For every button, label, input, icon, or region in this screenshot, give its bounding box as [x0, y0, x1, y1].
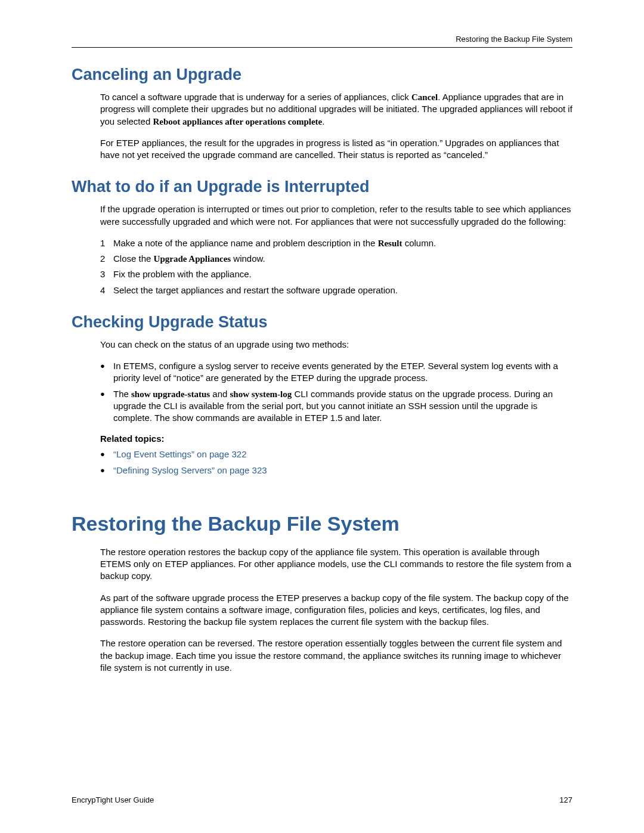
heading-checking-status: Checking Upgrade Status — [72, 313, 572, 332]
list-item: 3Fix the problem with the appliance. — [100, 268, 572, 280]
list-item: ●The show upgrade-status and show system… — [100, 388, 572, 425]
numbered-list: 1Make a note of the appliance name and p… — [100, 237, 572, 296]
link-defining-syslog-servers[interactable]: “Defining Syslog Servers” on page 323 — [113, 465, 267, 476]
heading-upgrade-interrupted: What to do if an Upgrade is Interrupted — [72, 178, 572, 196]
heading-canceling-upgrade: Canceling an Upgrade — [72, 66, 572, 84]
para: The restore operation can be reversed. T… — [100, 637, 572, 674]
list-item: 1Make a note of the appliance name and p… — [100, 237, 572, 249]
body-checking: You can check on the status of an upgrad… — [100, 339, 572, 476]
bullet-list: ●In ETEMS, configure a syslog server to … — [100, 360, 572, 424]
body-interrupted: If the upgrade operation is interrupted … — [100, 203, 572, 296]
list-item: ●In ETEMS, configure a syslog server to … — [100, 360, 572, 385]
body-canceling: To cancel a software upgrade that is und… — [100, 91, 572, 161]
list-item: 2Close the Upgrade Appliances window. — [100, 253, 572, 265]
bullet-icon: ● — [100, 388, 113, 425]
bullet-icon: ● — [100, 465, 113, 476]
footer: EncrypTight User Guide 127 — [72, 795, 572, 804]
list-item: ●“Log Event Settings” on page 322 — [100, 448, 572, 460]
para: To cancel a software upgrade that is und… — [100, 91, 572, 128]
heading-restoring-backup: Restoring the Backup File System — [72, 512, 572, 535]
bullet-icon: ● — [100, 448, 113, 460]
related-topics-list: ●“Log Event Settings” on page 322 ●“Defi… — [100, 448, 572, 476]
page: Restoring the Backup File System Canceli… — [0, 0, 644, 833]
para: If the upgrade operation is interrupted … — [100, 203, 572, 228]
para: As part of the software upgrade process … — [100, 592, 572, 628]
page-number: 127 — [559, 795, 572, 804]
running-header: Restoring the Backup File System — [72, 35, 572, 44]
list-item: ●“Defining Syslog Servers” on page 323 — [100, 465, 572, 476]
para: For ETEP appliances, the result for the … — [100, 137, 572, 162]
list-item: 4Select the target appliances and restar… — [100, 284, 572, 296]
footer-title: EncrypTight User Guide — [72, 795, 154, 804]
para: You can check on the status of an upgrad… — [100, 339, 572, 351]
top-rule — [72, 47, 572, 48]
para: The restore operation restores the backu… — [100, 546, 572, 583]
bullet-icon: ● — [100, 360, 113, 385]
body-restoring: The restore operation restores the backu… — [100, 546, 572, 674]
link-log-event-settings[interactable]: “Log Event Settings” on page 322 — [113, 448, 247, 460]
related-topics-label: Related topics: — [100, 433, 572, 444]
